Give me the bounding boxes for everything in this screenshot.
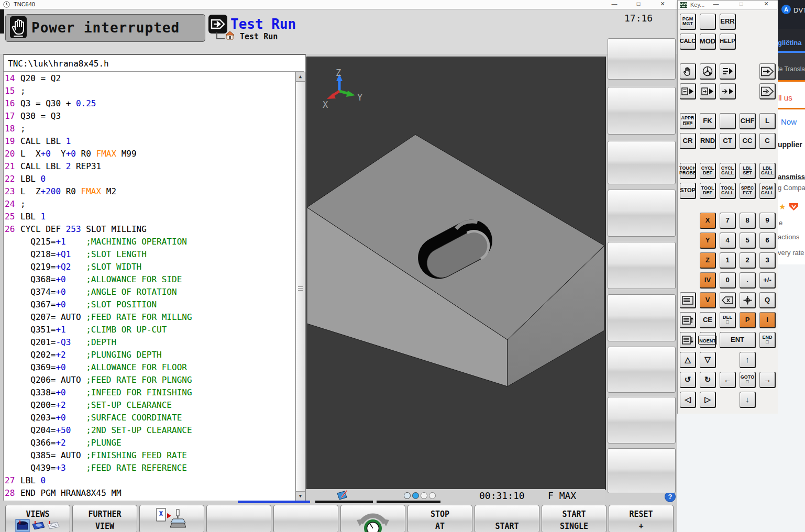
code-line[interactable]: 21CALL LBL 2 REP31 [5, 160, 294, 173]
code-line[interactable]: 22LBL 0 [5, 173, 294, 185]
code-scrollbar[interactable]: ▲ ▼ [295, 72, 305, 501]
browser-link-text[interactable]: ansmiss [778, 173, 805, 181]
softkey-override[interactable] [340, 505, 405, 532]
code-line[interactable]: Q366=+2 ;PLUNGE [5, 437, 294, 449]
key-line-l[interactable]: L [759, 113, 776, 129]
key-num-0[interactable]: 0 [720, 272, 736, 289]
key-goto[interactable]: GOTO□ [740, 372, 756, 388]
vertical-softkey-8[interactable] [608, 397, 676, 444]
key-ce[interactable]: CE [700, 312, 716, 328]
code-line[interactable]: 19CALL LBL 1 [5, 135, 294, 148]
key-programming-mode[interactable] [759, 63, 776, 80]
code-line[interactable]: 15; [5, 85, 294, 97]
code-line[interactable]: Q215=+1 ;MACHINING OPERATION [5, 236, 294, 248]
key-tab-left[interactable]: ◁ [680, 392, 696, 408]
code-line[interactable]: 14Q20 = Q2 [5, 72, 294, 85]
browser-now-link[interactable]: Now [781, 117, 797, 126]
key-num-1[interactable]: 1 [720, 252, 736, 269]
keyboard-minimize-button[interactable]: — [710, 1, 722, 8]
key-calc[interactable]: CALC [680, 34, 696, 50]
key-num-2[interactable]: 2 [740, 252, 756, 269]
key-page-down[interactable]: ▽ [700, 352, 716, 368]
vertical-softkey-7[interactable] [608, 347, 676, 393]
code-line[interactable]: 24; [5, 198, 294, 210]
vertical-softkey-6[interactable] [608, 294, 676, 341]
key-actual-position[interactable] [740, 292, 756, 308]
key-axis-v[interactable]: V [700, 292, 716, 308]
key-chf[interactable]: CHF [740, 113, 756, 129]
key-cycle-left[interactable]: ↺ [680, 372, 696, 388]
key-arrow-right[interactable]: → [759, 372, 776, 388]
keyboard-window-titlebar[interactable]: Key... — □ ✕ [678, 1, 777, 10]
code-line[interactable]: 20L X+0 Y+0 R0 FMAX M99 [5, 148, 294, 160]
key-p-key[interactable]: P [740, 312, 756, 328]
keyboard-maximize-button[interactable]: □ [735, 1, 747, 8]
key-split-screen[interactable] [680, 292, 696, 308]
code-line[interactable]: Q218=+Q1 ;SLOT LENGTH [5, 248, 294, 261]
key-decimal[interactable]: . [740, 272, 756, 289]
key-num-4[interactable]: 4 [720, 232, 736, 249]
code-line[interactable]: 17Q30 = Q3 [5, 110, 294, 123]
scroll-up-button[interactable]: ▲ [295, 72, 305, 82]
key-manual-mode[interactable] [680, 63, 696, 80]
code-line[interactable]: Q351=+1 ;CLIMB OR UP-CUT [5, 324, 294, 336]
softkey-start[interactable]: START [475, 505, 539, 532]
code-line[interactable]: 18; [5, 123, 294, 135]
code-line[interactable]: 27LBL 0 [5, 474, 294, 487]
key-help[interactable]: HELP [720, 34, 736, 50]
code-line[interactable]: Q367=+0 ;SLOT POSITION [5, 298, 294, 311]
key-ct[interactable]: CT [720, 133, 736, 149]
softkey-views[interactable]: VIEWS [5, 505, 70, 532]
key-blank-key-2[interactable] [720, 113, 736, 129]
key-screen-up[interactable] [680, 312, 696, 328]
key-axis-z[interactable]: Z [700, 252, 716, 269]
blank-in-work-edit-icon[interactable] [336, 489, 351, 501]
key-fk[interactable]: FK [700, 113, 716, 129]
code-line[interactable]: 25LBL 1 [5, 210, 294, 223]
key-cycl-call[interactable]: CYCLCALL [720, 163, 736, 179]
softkey-softkey-5[interactable] [273, 505, 338, 532]
key-lbl-call[interactable]: LBLCALL [759, 163, 776, 179]
key-ent[interactable]: ENT [720, 332, 756, 348]
key-cr[interactable]: CR [680, 133, 696, 149]
key-backspace[interactable] [720, 292, 736, 308]
tnc-close-button[interactable]: ✕ [657, 1, 668, 8]
key-del[interactable]: DEL□ [720, 312, 736, 328]
tnc-maximize-button[interactable]: □ [633, 1, 644, 8]
key-cc[interactable]: CC [740, 133, 756, 149]
vertical-softkey-1[interactable] [608, 38, 676, 80]
vertical-softkey-4[interactable] [608, 190, 676, 237]
key-screen-down[interactable] [680, 332, 696, 348]
key-tool-call[interactable]: TOOLCALL [720, 183, 736, 199]
code-line[interactable]: Q201=-Q3 ;DEPTH [5, 336, 294, 349]
key-i-key[interactable]: I [759, 312, 776, 328]
code-line[interactable]: Q374=+0 ;ANGLE OF ROTATION [5, 286, 294, 298]
key-pgm-call[interactable]: PGMCALL [759, 183, 776, 199]
key-appr-dep[interactable]: APPRDEP [680, 113, 696, 129]
vertical-softkey-5[interactable] [608, 242, 676, 289]
scrollbar-thumb[interactable] [295, 82, 305, 492]
program-code-listing[interactable]: 14Q20 = Q215;16Q3 = Q30 + 0.2517Q30 = Q3… [5, 72, 294, 500]
softkey-reset[interactable]: RESET+ [609, 505, 674, 532]
key-no-ent[interactable]: NOENT [700, 332, 716, 348]
softkey-blank-in-work[interactable] [139, 505, 204, 532]
key-q-param[interactable]: Q [759, 292, 776, 308]
code-line[interactable]: Q219=+Q2 ;SLOT WIDTH [5, 261, 294, 273]
key-arrow-up[interactable]: ↑ [740, 352, 756, 368]
vertical-softkey-9[interactable] [608, 448, 676, 493]
key-page-up[interactable]: △ [680, 352, 696, 368]
code-line[interactable]: Q369=+0 ;ALLOWANCE FOR FLOOR [5, 361, 294, 374]
key-rnd[interactable]: RND [700, 133, 716, 149]
code-line[interactable]: Q439=+3 ;FEED RATE REFERENCE [5, 462, 294, 474]
key-err[interactable]: ERR [720, 14, 736, 30]
softkey-softkey-4[interactable] [206, 505, 271, 532]
code-line[interactable]: Q338=+0 ;INFEED FOR FINISHING [5, 386, 294, 399]
key-mod[interactable]: MOD [700, 34, 716, 50]
key-run-single-mode[interactable] [680, 83, 696, 99]
key-lbl-set[interactable]: LBLSET [740, 163, 756, 179]
code-line[interactable]: 23L Z+200 R0 FMAX M2 [5, 185, 294, 198]
code-line[interactable]: Q204=+50 ;2ND SET-UP CLEARANCE [5, 424, 294, 437]
code-line[interactable]: 28END PGM HRANA8X45 MM [5, 487, 294, 500]
key-arrow-left[interactable]: ← [720, 372, 736, 388]
key-axis-iv[interactable]: IV [700, 272, 716, 289]
